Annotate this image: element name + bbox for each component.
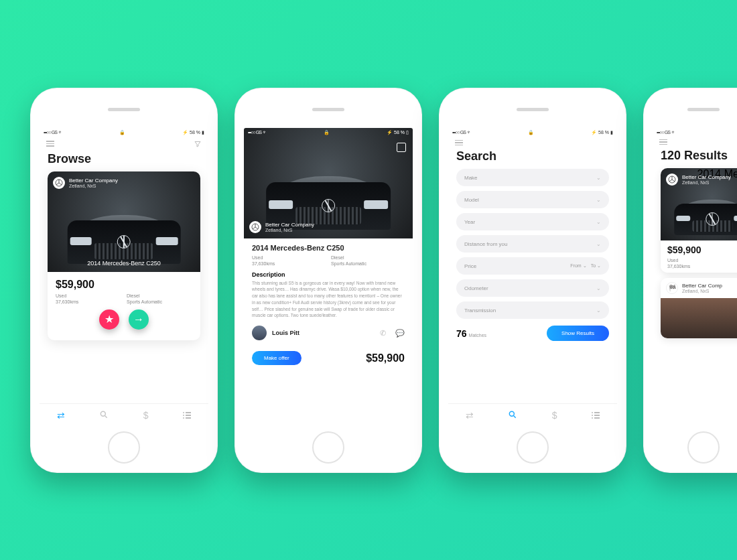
detail-hero-image: •••○○ GS ᯤ 🔒 ⚡ 58 % ▯ Better Car Company… [244, 128, 413, 238]
tab-bar: ⇄ $ [40, 403, 208, 427]
tab-price[interactable]: $ [143, 410, 149, 421]
transmission-select[interactable]: Transmission⌄ [456, 301, 609, 319]
year-select[interactable]: Year⌄ [456, 213, 609, 230]
chevron-down-icon: ⌄ [596, 285, 601, 291]
description-heading: Description [252, 271, 405, 278]
phone-results: •••○○ GS ᯤ 120 Results Better Car Compan… [643, 88, 737, 473]
tab-price[interactable]: $ [552, 410, 557, 421]
chevron-down-icon: ⌄ [596, 307, 601, 313]
svg-point-3 [510, 411, 515, 416]
tab-bar: ⇄ $ [448, 403, 617, 427]
description-text: This stunning audi S5 is a gorgeous car … [252, 280, 405, 320]
next-button[interactable]: → [129, 309, 149, 330]
result-specs: Used 37,630kms [667, 258, 737, 269]
menu-icon[interactable] [455, 140, 463, 146]
phone-browse: •••○○ GS ᯤ 🔒 ⚡ 58 % ▮ Browse Better Car … [30, 88, 218, 473]
result-card[interactable]: Better Car CompanyZetland, NxS 2014 Merc… [661, 168, 737, 273]
dealer-badge[interactable]: Better Car CompanyZetland, NxS [53, 177, 118, 189]
dealer-badge[interactable]: 🏁 Better Car CompZetland, NxS [661, 278, 737, 298]
seller-row[interactable]: Louis Pitt ✆ 💬 [252, 326, 405, 340]
status-bar: •••○○ GS ᯤ [653, 128, 737, 137]
tab-browse[interactable]: ⇄ [57, 410, 65, 421]
tab-list[interactable] [592, 412, 600, 419]
detail-car-name: 2014 Mercedes-Benz C250 [252, 244, 405, 252]
tab-list[interactable] [183, 412, 191, 419]
car-card[interactable]: Better Car CompanyZetland, NxS 2014 Merc… [48, 171, 200, 340]
result-car-image: Better Car CompanyZetland, NxS 2014 Merc… [661, 168, 737, 240]
chat-icon[interactable]: 💬 [395, 329, 405, 338]
chevron-down-icon: ⌄ [596, 241, 601, 247]
detail-specs: UsedDiesel 37,630kmsSports Automatic [252, 255, 405, 266]
show-results-button[interactable]: Show Results [547, 326, 609, 341]
dealer-badge[interactable]: Better Car CompanyZetland, NxS [249, 221, 314, 233]
seller-name: Louis Pitt [272, 330, 371, 336]
chevron-down-icon: ⌄ [596, 175, 601, 181]
chevron-down-icon: ⌄ [596, 197, 601, 203]
make-offer-button[interactable]: Make offer [252, 351, 302, 365]
make-select[interactable]: Make⌄ [456, 169, 609, 186]
car-price: $59,900 [56, 279, 192, 291]
tab-browse[interactable]: ⇄ [466, 410, 474, 421]
distance-select[interactable]: Distance from you⌄ [456, 235, 609, 253]
result-card[interactable]: 🏁 Better Car CompZetland, NxS [661, 278, 737, 338]
favorite-button[interactable]: ★ [99, 309, 119, 330]
menu-icon[interactable] [659, 139, 667, 145]
page-title: Browse [40, 151, 208, 171]
search-title: Search [448, 148, 617, 169]
result-car-image [661, 298, 737, 338]
detail-price: $59,900 [366, 352, 405, 364]
car-name: 2014 Mercedes-Benz C250 [48, 260, 200, 267]
bookmark-icon[interactable] [397, 143, 406, 152]
mercedes-logo-icon [249, 221, 261, 233]
phone-search: •••○○ GS ᯤ 🔒 ⚡ 58 % ▮ Search Make⌄ Model… [439, 88, 626, 473]
tab-search[interactable] [508, 410, 517, 421]
price-select[interactable]: PriceFrom ⌄To ⌄ [456, 257, 609, 275]
tab-search[interactable] [99, 410, 109, 421]
result-price: $59,900 [667, 244, 737, 255]
svg-point-1 [101, 411, 106, 416]
mercedes-logo-icon [53, 177, 65, 189]
phone-icon[interactable]: ✆ [380, 329, 386, 338]
results-title: 120 Results [653, 147, 737, 168]
phone-detail: •••○○ GS ᯤ 🔒 ⚡ 58 % ▯ Better Car Company… [234, 88, 422, 473]
chevron-down-icon: ⌄ [596, 219, 601, 225]
car-specs: UsedDiesel 37,630kmsSports Automatic [56, 293, 192, 304]
matches-count: 76Matches [456, 328, 486, 340]
model-select[interactable]: Model⌄ [456, 191, 609, 208]
status-bar: •••○○ GS ᯤ 🔒 ⚡ 58 % ▮ [40, 128, 208, 137]
filter-icon[interactable] [194, 140, 202, 148]
status-bar: •••○○ GS ᯤ 🔒 ⚡ 58 % ▮ [448, 128, 617, 137]
seller-avatar [252, 326, 267, 340]
car-image: Better Car CompanyZetland, NxS 2014 Merc… [48, 171, 200, 272]
dealer-logo-icon: 🏁 [666, 282, 678, 294]
menu-icon[interactable] [46, 141, 54, 147]
odometer-select[interactable]: Odometer⌄ [456, 279, 609, 297]
